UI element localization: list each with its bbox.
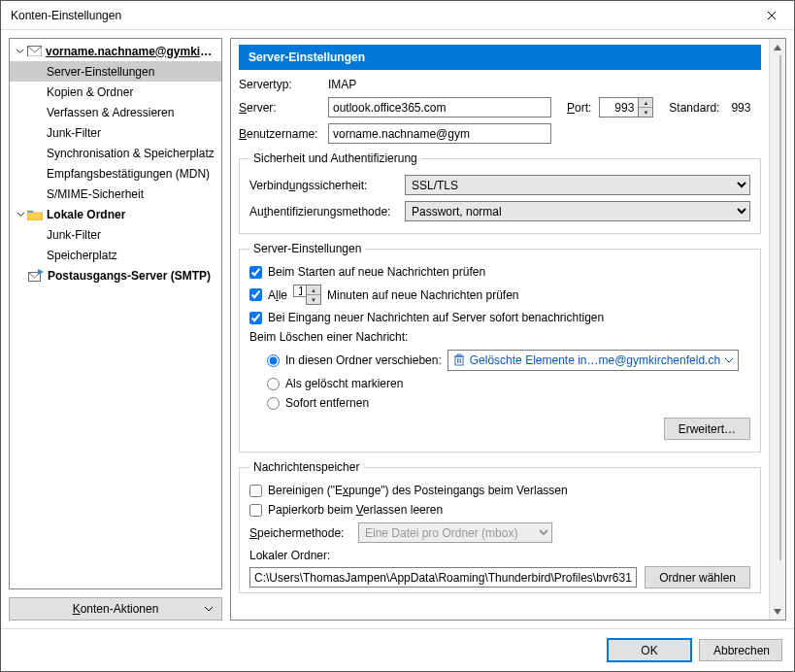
tree-item-junk[interactable]: Junk-Filter (10, 122, 221, 143)
tree-column: vorname.nachname@gymkirc... Server-Einst… (9, 38, 222, 621)
security-legend: Sicherheit und Authentifizierung (249, 151, 421, 165)
storage-legend: Nachrichtenspeicher (249, 460, 363, 474)
tree-account[interactable]: vorname.nachname@gymkirc... (10, 41, 221, 61)
spin-up-icon[interactable]: ▲ (307, 286, 320, 295)
standard-label: Standard: (669, 101, 719, 115)
window-title: Konten-Einstellungen (11, 9, 749, 22)
check-every-box[interactable] (249, 288, 262, 301)
check-on-start[interactable]: Beim Starten auf neue Nachrichten prüfen (249, 265, 750, 279)
spin-down-icon[interactable]: ▼ (307, 295, 320, 304)
server-legend: Server-Einstellungen (249, 242, 365, 255)
panel-header: Server-Einstellungen (239, 45, 761, 70)
check-empty-trash[interactable]: Papierkorb beim Verlassen leeren (249, 503, 750, 517)
connsec-select[interactable]: SSL/TLS (405, 175, 750, 195)
tree-item-compose[interactable]: Verfassen & Adressieren (10, 102, 221, 122)
port-spinner[interactable]: ▲▼ (599, 97, 653, 118)
trash-folder-icon (452, 353, 466, 369)
chevron-down-icon (724, 353, 734, 367)
radio-move[interactable] (267, 354, 280, 367)
storage-method-select: Eine Datei pro Ordner (mbox) (358, 522, 552, 543)
radio-mark[interactable] (267, 378, 280, 390)
dialog-window: Konten-Einstellungen vorname.nachname@gy… (0, 0, 795, 672)
check-expunge-box[interactable] (249, 485, 262, 497)
expander-icon[interactable] (14, 210, 27, 218)
outgoing-icon (28, 269, 44, 283)
close-icon (767, 11, 777, 20)
account-actions-button[interactable]: Konten-Aktionen (9, 597, 222, 621)
tree-item-sync[interactable]: Synchronisation & Speicherplatz (10, 143, 221, 163)
port-label: Port: (567, 101, 591, 115)
radio-move-row: In diesen Ordner verschieben: Gelöschte … (249, 350, 750, 371)
localfolder-label: Lokaler Ordner: (249, 549, 750, 562)
browse-folder-button[interactable]: Ordner wählen (645, 566, 750, 588)
standard-value: 993 (731, 101, 750, 115)
mail-icon (27, 46, 43, 57)
tree-local-folders[interactable]: Lokale Ordner (10, 204, 221, 224)
spin-up-icon[interactable]: ▲ (639, 98, 652, 108)
expander-icon[interactable] (14, 47, 27, 55)
dialog-body: vorname.nachname@gymkirc... Server-Einst… (1, 30, 794, 628)
radio-remove-row: Sofort entfernen (249, 396, 750, 410)
delete-label: Beim Löschen einer Nachricht: (249, 330, 750, 344)
connsec-label: Verbindungssicherheit: (249, 179, 405, 192)
vertical-scrollbar[interactable] (769, 39, 785, 620)
scroll-thumb[interactable] (779, 55, 781, 560)
folder-icon (27, 209, 43, 220)
settings-panel: Server-Einstellungen Servertyp: IMAP Ser… (230, 38, 786, 621)
port-input[interactable] (599, 97, 638, 118)
account-actions-label: Konten-Aktionen (17, 602, 214, 616)
security-fieldset: Sicherheit und Authentifizierung Verbind… (239, 151, 761, 234)
check-on-start-box[interactable] (249, 266, 262, 279)
titlebar: Konten-Einstellungen (1, 1, 794, 30)
account-tree: vorname.nachname@gymkirc... Server-Einst… (9, 38, 222, 589)
ok-button[interactable]: OK (608, 639, 691, 661)
chevron-down-icon (204, 602, 214, 616)
check-expunge[interactable]: Bereinigen ("Expunge") des Posteingangs … (249, 484, 750, 497)
advanced-button[interactable]: Erweitert… (664, 418, 750, 440)
check-empty-trash-box[interactable] (249, 504, 262, 517)
scroll-down-icon[interactable] (770, 603, 786, 620)
tree-smtp[interactable]: Postausgangs-Server (SMTP) (10, 265, 221, 286)
server-fieldset: Server-Einstellungen Beim Starten auf ne… (239, 242, 761, 453)
interval-input[interactable] (293, 285, 306, 297)
tree-item-local-disk[interactable]: Speicherplatz (10, 245, 221, 265)
interval-spinner[interactable]: ▲▼ (293, 285, 321, 305)
tree-item-smime[interactable]: S/MIME-Sicherheit (10, 184, 221, 204)
method-label: Speichermethode: (249, 526, 358, 540)
svg-rect-1 (27, 211, 33, 213)
auth-label: Authentifizierungsmethode: (249, 205, 405, 218)
auth-select[interactable]: Passwort, normal (405, 201, 750, 221)
server-input[interactable] (328, 97, 551, 118)
spin-down-icon[interactable]: ▼ (639, 108, 652, 117)
tree-item-local-junk[interactable]: Junk-Filter (10, 224, 221, 245)
check-every: Alle ▲▼ Minuten auf neue Nachrichten prü… (249, 285, 750, 305)
tree-item-mdn[interactable]: Empfangsbestätigungen (MDN) (10, 163, 221, 184)
check-notify-box[interactable] (249, 312, 262, 324)
check-notify[interactable]: Bei Eingang neuer Nachrichten auf Server… (249, 311, 750, 324)
server-label: Server: (239, 101, 328, 115)
dialog-footer: OK Abbrechen (1, 628, 794, 671)
trash-folder-select[interactable]: Gelöschte Elemente in…me@gymkirchenfeld.… (447, 350, 739, 371)
scroll-up-icon[interactable] (770, 39, 786, 55)
tree-item-copies[interactable]: Kopien & Ordner (10, 82, 221, 102)
storage-fieldset: Nachrichtenspeicher Bereinigen ("Expunge… (239, 460, 761, 593)
servertype-value: IMAP (328, 78, 356, 91)
close-button[interactable] (749, 1, 794, 30)
username-label: Benutzername: (239, 127, 328, 141)
radio-mark-row: Als gelöscht markieren (249, 377, 750, 390)
servertype-label: Servertyp: (239, 78, 328, 91)
tree-item-server[interactable]: Server-Einstellungen (10, 61, 221, 82)
radio-remove[interactable] (267, 397, 280, 410)
localfolder-input[interactable] (249, 567, 637, 588)
tree-account-label: vorname.nachname@gymkirc... (46, 45, 215, 58)
username-input[interactable] (328, 123, 551, 144)
cancel-button[interactable]: Abbrechen (699, 639, 782, 661)
